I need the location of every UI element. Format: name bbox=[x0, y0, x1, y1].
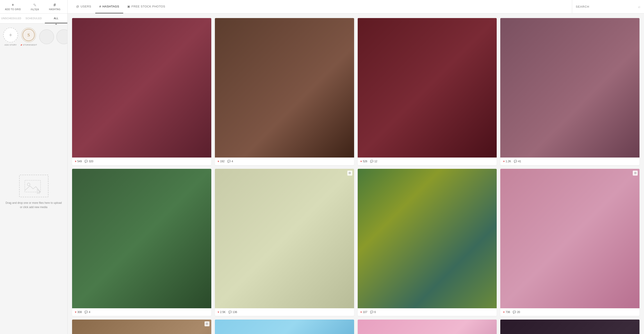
sidebar-tab-unscheduled[interactable]: UNSCHEDULED bbox=[0, 14, 22, 23]
stories-row: + ADD STORY S 📌STORIESEDIT bbox=[0, 24, 67, 50]
hashtag-icon: # bbox=[54, 3, 56, 8]
grid-item-image bbox=[72, 169, 211, 308]
comment-icon: 💬 bbox=[514, 160, 517, 163]
stories-edit-ring: S bbox=[22, 29, 35, 41]
heart-icon: ♥ bbox=[360, 160, 362, 163]
likes-count: 1.2K bbox=[506, 160, 511, 163]
grid-item-stats: ♥ 1.2K 💬 41 bbox=[500, 157, 640, 165]
comments-count: 320 bbox=[89, 160, 93, 163]
tab-users[interactable]: @ USERS bbox=[72, 0, 95, 13]
comments-stat: 💬 4 bbox=[84, 310, 90, 314]
grid-item[interactable]: ⊡ bbox=[72, 319, 211, 334]
grid-item-image bbox=[358, 169, 497, 308]
sidebar-tabs: UNSCHEDULED SCHEDULED ALL bbox=[0, 14, 67, 24]
grid-item-image bbox=[215, 319, 354, 334]
hashtag-button[interactable]: # HASHTAG bbox=[44, 0, 65, 13]
camera-icon: ▣ bbox=[127, 5, 130, 8]
comments-stat: 💬 6 bbox=[370, 310, 376, 314]
grid-item-stats: ♥ 192 💬 4 bbox=[215, 157, 354, 165]
sidebar: UNSCHEDULED SCHEDULED ALL + ADD STORY S bbox=[0, 14, 68, 334]
story-avatar-4 bbox=[56, 29, 67, 44]
corner-badge: ⊡ bbox=[633, 171, 638, 176]
comment-icon: 💬 bbox=[84, 310, 88, 314]
search-input[interactable] bbox=[576, 5, 638, 8]
grid-item-image bbox=[500, 18, 640, 157]
heart-icon: ♥ bbox=[218, 310, 219, 314]
grid-item[interactable]: ♥ 526 💬 12 bbox=[358, 18, 497, 165]
comments-count: 4 bbox=[89, 310, 90, 314]
story-circle-4 bbox=[56, 29, 67, 44]
at-icon: @ bbox=[76, 5, 79, 8]
photo-grid: ♥ 549 💬 320 ♥ 192 💬 4 ♥ 526 💬 bbox=[72, 18, 640, 334]
comment-icon: 💬 bbox=[84, 160, 88, 163]
grid-item-stats: ♥ 736 💬 20 bbox=[500, 308, 640, 316]
heart-icon: ♥ bbox=[360, 310, 362, 314]
plus-story-icon: + bbox=[9, 32, 12, 38]
corner-badge: ⊡ bbox=[204, 321, 210, 326]
grid-item[interactable] bbox=[215, 319, 354, 334]
stories-edit-circle[interactable]: S 📌STORIESEDIT bbox=[20, 28, 37, 46]
grid-item-stats: ♥ 549 💬 320 bbox=[72, 157, 211, 165]
tab-hashtags[interactable]: # HASHTAGS bbox=[95, 0, 123, 13]
grid-item-stats: ♥ 308 💬 4 bbox=[72, 308, 211, 316]
add-story-circle[interactable]: + ADD STORY bbox=[3, 28, 18, 46]
likes-stat: ♥ 107 bbox=[360, 310, 368, 314]
comments-count: 6 bbox=[374, 310, 376, 314]
likes-stat: ♥ 549 bbox=[75, 160, 82, 163]
likes-stat: ♥ 1.2K bbox=[503, 160, 511, 163]
grid-item[interactable]: ⊡ ♥ 2.5K 💬 136 bbox=[215, 169, 354, 316]
likes-stat: ♥ 736 bbox=[503, 310, 510, 314]
grid-item-stats: ♥ 526 💬 12 bbox=[358, 157, 497, 165]
drop-zone[interactable]: Drag and drop one or more files here to … bbox=[0, 50, 67, 334]
add-to-grid-button[interactable]: + ADD TO GRID bbox=[0, 0, 26, 13]
comment-icon: 💬 bbox=[370, 160, 374, 163]
hash-icon: # bbox=[99, 5, 101, 8]
likes-count: 736 bbox=[506, 310, 510, 314]
stories-edit-avatar[interactable]: S bbox=[21, 28, 36, 42]
grid-item-image: ⊡ bbox=[72, 319, 211, 334]
likes-stat: ♥ 308 bbox=[75, 310, 82, 314]
comment-icon: 💬 bbox=[228, 310, 232, 314]
comments-count: 41 bbox=[518, 160, 521, 163]
search-box[interactable]: ⌕ bbox=[572, 0, 644, 13]
grid-item-image bbox=[500, 319, 640, 334]
grid-item[interactable] bbox=[358, 319, 497, 334]
likes-count: 192 bbox=[220, 160, 224, 163]
grid-item[interactable]: ♥ 107 💬 6 bbox=[358, 169, 497, 316]
grid-item[interactable]: ♥ 192 💬 4 bbox=[215, 18, 354, 165]
likes-stat: ♥ 526 bbox=[360, 160, 368, 163]
sidebar-tab-scheduled[interactable]: SCHEDULED bbox=[22, 14, 45, 23]
top-nav: + ADD TO GRID ✎ FILTER # HASHTAG @ USERS… bbox=[0, 0, 644, 14]
grid-item[interactable] bbox=[500, 319, 640, 334]
grid-item-image bbox=[72, 18, 211, 157]
grid-item-image bbox=[215, 18, 354, 157]
story-circle-3 bbox=[39, 29, 54, 44]
tab-free-stock[interactable]: ▣ FREE STOCK PHOTOS bbox=[123, 0, 169, 13]
grid-item[interactable]: ♥ 549 💬 320 bbox=[72, 18, 211, 165]
filter-button[interactable]: ✎ FILTER bbox=[26, 0, 44, 13]
comment-icon: 💬 bbox=[370, 310, 374, 314]
comments-count: 12 bbox=[374, 160, 377, 163]
filter-icon: ✎ bbox=[33, 3, 37, 8]
likes-count: 526 bbox=[363, 160, 368, 163]
likes-stat: ♥ 192 bbox=[218, 160, 224, 163]
top-nav-left: + ADD TO GRID ✎ FILTER # HASHTAG bbox=[0, 0, 68, 13]
sidebar-tab-all[interactable]: ALL bbox=[45, 14, 67, 23]
plus-icon: + bbox=[12, 3, 14, 8]
search-icon: ⌕ bbox=[638, 5, 640, 9]
grid-item[interactable]: ♥ 308 💬 4 bbox=[72, 169, 211, 316]
likes-count: 107 bbox=[363, 310, 368, 314]
grid-item[interactable]: ⊡ ♥ 736 💬 20 bbox=[500, 169, 640, 316]
grid-item-image: ⊡ bbox=[500, 169, 640, 308]
likes-stat: ♥ 2.5K bbox=[218, 310, 226, 314]
grid-item-stats: ♥ 2.5K 💬 136 bbox=[215, 308, 354, 316]
grid-item-image bbox=[358, 18, 497, 157]
grid-item-stats: ♥ 107 💬 6 bbox=[358, 308, 497, 316]
comments-stat: 💬 136 bbox=[228, 310, 237, 314]
corner-badge: ⊡ bbox=[347, 171, 352, 176]
grid-item[interactable]: ♥ 1.2K 💬 41 bbox=[500, 18, 640, 165]
content-area: ♥ 549 💬 320 ♥ 192 💬 4 ♥ 526 💬 bbox=[68, 14, 644, 334]
pin-icon: 📌 bbox=[20, 44, 22, 46]
likes-count: 308 bbox=[77, 310, 82, 314]
add-story-avatar[interactable]: + bbox=[3, 28, 18, 42]
